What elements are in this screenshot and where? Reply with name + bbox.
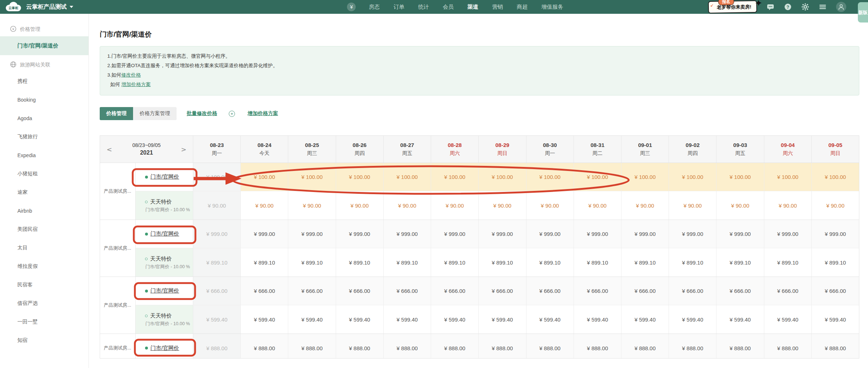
price-cell-09-02[interactable]: ¥ 100.00 [669,163,716,191]
gear-icon[interactable] [801,3,809,11]
price-cell-09-05[interactable]: ¥ 90.00 [812,191,859,220]
price-cell-08-29[interactable]: ¥ 90.00 [479,191,526,220]
price-cell-08-23[interactable]: ¥ 599.40 [193,305,241,334]
price-cell-08-29[interactable]: ¥ 599.40 [479,305,526,334]
price-cell-08-25[interactable]: ¥ 599.40 [288,305,336,334]
new-version-tab[interactable]: 新版 [858,2,868,23]
price-cell-08-29[interactable]: ¥ 888.00 [479,334,526,359]
price-cell-09-02[interactable]: ¥ 888.00 [669,334,716,359]
property-switcher[interactable]: 云掌柜产品测试 [26,3,73,11]
price-cell-08-27[interactable]: ¥ 599.40 [384,305,431,334]
sidebar-item-一田一墅[interactable]: 一田一墅 [0,312,88,331]
sidebar-item-小猪短租[interactable]: 小猪短租 [0,164,88,183]
price-cell-08-28[interactable]: ¥ 899.10 [431,248,479,277]
nav-item-2[interactable]: 订单 [393,3,405,11]
price-cell-09-05[interactable]: ¥ 599.40 [812,305,859,334]
price-cell-08-26[interactable]: ¥ 899.10 [336,248,384,277]
price-cell-08-31[interactable]: ¥ 888.00 [574,334,621,359]
tab-price-management[interactable]: 价格管理 [100,107,133,120]
add-price-plan-link[interactable]: + 增加价格方案 [229,110,278,117]
price-cell-09-02[interactable]: ¥ 599.40 [669,305,716,334]
help-icon[interactable]: ? [784,3,792,11]
price-cell-09-02[interactable]: ¥ 90.00 [669,191,716,220]
price-cell-08-28[interactable]: ¥ 999.00 [431,220,479,248]
price-cell-08-26[interactable]: ¥ 888.00 [336,334,384,359]
price-cell-08-30[interactable]: ¥ 999.00 [526,220,574,248]
price-cell-08-26[interactable]: ¥ 999.00 [336,220,384,248]
price-cell-08-30[interactable]: ¥ 666.00 [526,277,574,305]
price-cell-09-01[interactable]: ¥ 599.40 [621,305,669,334]
plan-name-link[interactable]: 门市/官网价 [150,287,179,294]
sidebar-item-Agoda[interactable]: Agoda [0,109,88,127]
sidebar-item-美团民宿[interactable]: 美团民宿 [0,220,88,238]
price-cell-08-28[interactable]: ¥ 90.00 [431,191,479,220]
price-cell-08-25[interactable]: ¥ 888.00 [288,334,336,359]
price-cell-08-27[interactable]: ¥ 90.00 [384,191,431,220]
price-cell-09-04[interactable]: ¥ 999.00 [764,220,812,248]
price-cell-09-01[interactable]: ¥ 999.00 [621,220,669,248]
sidebar-item-借宿严选[interactable]: 借宿严选 [0,294,88,312]
price-cell-09-01[interactable]: ¥ 100.00 [621,163,669,191]
price-cell-09-03[interactable]: ¥ 599.40 [716,305,764,334]
price-cell-08-30[interactable]: ¥ 100.00 [526,163,574,191]
price-cell-08-30[interactable]: ¥ 888.00 [526,334,574,359]
price-cell-09-04[interactable]: ¥ 599.40 [764,305,812,334]
price-cell-08-27[interactable]: ¥ 666.00 [384,277,431,305]
price-cell-08-31[interactable]: ¥ 666.00 [574,277,621,305]
price-cell-08-24[interactable]: ¥ 90.00 [241,191,288,220]
price-cell-09-01[interactable]: ¥ 899.10 [621,248,669,277]
batch-edit-price-link[interactable]: 批量修改价格 [187,110,217,117]
price-cell-09-05[interactable]: ¥ 999.00 [812,220,859,248]
price-cell-09-03[interactable]: ¥ 888.00 [716,334,764,359]
price-cell-08-24[interactable]: ¥ 999.00 [241,220,288,248]
nav-item-8[interactable]: 增值服务 [541,3,564,11]
price-cell-08-24[interactable]: ¥ 899.10 [241,248,288,277]
sidebar-item-维拉度假[interactable]: 维拉度假 [0,257,88,275]
price-cell-09-03[interactable]: ¥ 899.10 [716,248,764,277]
price-cell-08-26[interactable]: ¥ 666.00 [336,277,384,305]
price-cell-08-29[interactable]: ¥ 999.00 [479,220,526,248]
edit-price-help-link[interactable]: 修改价格 [121,72,141,78]
prev-period-button[interactable]: < [105,146,113,153]
price-cell-08-24[interactable]: ¥ 599.40 [241,305,288,334]
price-cell-09-04[interactable]: ¥ 666.00 [764,277,812,305]
price-cell-08-24[interactable]: ¥ 100.00 [241,163,288,191]
price-cell-08-27[interactable]: ¥ 100.00 [384,163,431,191]
tab-price-plan-management[interactable]: 价格方案管理 [133,107,177,120]
price-cell-09-04[interactable]: ¥ 90.00 [764,191,812,220]
price-cell-09-03[interactable]: ¥ 666.00 [716,277,764,305]
plan-name-link[interactable]: 门市/官网价 [150,230,179,237]
price-cell-09-03[interactable]: ¥ 90.00 [716,191,764,220]
price-cell-08-25[interactable]: ¥ 666.00 [288,277,336,305]
sidebar-item-民宿客[interactable]: 民宿客 [0,275,88,294]
price-cell-08-23[interactable]: ¥ 90.00 [193,191,241,220]
price-cell-08-28[interactable]: ¥ 888.00 [431,334,479,359]
price-cell-08-30[interactable]: ¥ 90.00 [526,191,574,220]
price-cell-08-26[interactable]: ¥ 100.00 [336,163,384,191]
sidebar-item-太目[interactable]: 太目 [0,238,88,257]
account-avatar[interactable] [836,2,846,12]
price-cell-08-30[interactable]: ¥ 599.40 [526,305,574,334]
price-cell-08-26[interactable]: ¥ 599.40 [336,305,384,334]
menu-icon[interactable] [819,3,827,11]
price-cell-09-03[interactable]: ¥ 100.00 [716,163,764,191]
price-cell-08-31[interactable]: ¥ 999.00 [574,220,621,248]
nav-item-5[interactable]: 渠道 [467,3,479,11]
message-icon[interactable] [766,3,774,11]
price-cell-08-31[interactable]: ¥ 899.10 [574,248,621,277]
price-cell-09-02[interactable]: ¥ 999.00 [669,220,716,248]
price-cell-08-29[interactable]: ¥ 100.00 [479,163,526,191]
price-cell-08-29[interactable]: ¥ 666.00 [479,277,526,305]
sidebar-item-携程[interactable]: 携程 [0,72,88,90]
price-cell-09-05[interactable]: ¥ 899.10 [812,248,859,277]
nav-item-4[interactable]: 会员 [442,3,454,11]
next-period-button[interactable]: > [179,146,188,153]
price-cell-09-04[interactable]: ¥ 100.00 [764,163,812,191]
sidebar-item-知宿[interactable]: 知宿 [0,331,88,349]
nav-item-6[interactable]: 营销 [491,3,504,11]
price-cell-08-27[interactable]: ¥ 999.00 [384,220,431,248]
price-cell-08-25[interactable]: ¥ 899.10 [288,248,336,277]
price-cell-09-02[interactable]: ¥ 899.10 [669,248,716,277]
sidebar-item-Booking[interactable]: Booking [0,90,88,109]
price-cell-09-04[interactable]: ¥ 888.00 [764,334,812,359]
